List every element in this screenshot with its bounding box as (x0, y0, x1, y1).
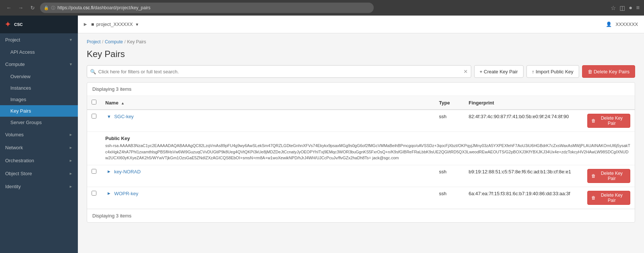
row-name-cell-sgc-key: ▼ SGC-key (101, 110, 435, 132)
url-text: https://pouta.csc.fi/dashboard/project/k… (57, 5, 151, 10)
sidebar-item-api-access[interactable]: API Access (0, 46, 78, 58)
sidebar-section-volumes-label: Volumes (5, 132, 24, 137)
chevron-right-icon-orchestration: ► (69, 159, 73, 163)
row-fingerprint-cell-wopr-key: 6a:47:ea:7f:15:f3:81:6c:b7:19:40:86:dd:3… (464, 187, 583, 209)
table-body: ▼ SGC-key ssh 82:4f:37:4c:90:87:f7:41:b0… (87, 110, 635, 209)
project-icon: ■ (91, 21, 94, 27)
delete-wopr-key-label: Delete Key Pair (597, 193, 626, 203)
sidebar-section-network[interactable]: Network ► (0, 141, 78, 154)
browser-right: ☆ ◫ ● ≡ (611, 4, 640, 11)
header-name[interactable]: Name ▲ (101, 96, 435, 110)
expand-row-wopr-key-button[interactable]: ► (105, 191, 113, 196)
chevron-right-icon-object-store: ► (69, 172, 73, 176)
sidebar-item-images[interactable]: Images (0, 94, 78, 105)
expand-row-sgc-key-button[interactable]: ▼ (105, 114, 113, 119)
project-dropdown-icon: ▼ (135, 22, 139, 27)
sidebar-section-object-store-label: Object Store (5, 171, 32, 176)
breadcrumb: Project / Compute / Key Pairs (87, 39, 635, 44)
sidebar-section-compute[interactable]: Compute ▼ (0, 58, 78, 71)
info-icon: ⓘ (51, 5, 55, 11)
breadcrumb-sep-2: / (124, 39, 125, 44)
sidebar-item-key-pairs-label: Key Pairs (10, 108, 31, 114)
sidebar-section-project[interactable]: Project ▼ (0, 33, 78, 46)
row-checkbox-key-norad[interactable] (92, 169, 96, 174)
menu-icon[interactable]: ≡ (636, 4, 640, 11)
forward-button[interactable]: → (16, 3, 25, 12)
trash-icon: 🗑 (591, 195, 596, 200)
bookmark-icon[interactable]: ☆ (611, 4, 616, 11)
row-checkbox-wopr-key[interactable] (92, 191, 96, 196)
project-name: project_XXXXXX (96, 21, 133, 27)
sidebar-section-identity-label: Identity (5, 184, 21, 189)
row-checkbox-sgc-key[interactable] (92, 114, 96, 119)
table-info: Displaying 3 items (87, 83, 635, 96)
topbar-right: 👤 XXXXXXX (606, 21, 638, 27)
key-link-sgc-key[interactable]: SGC-key (114, 114, 134, 119)
create-key-pair-button[interactable]: + Create Key Pair (474, 65, 524, 78)
expanded-row-sgc-key: Public Key ssh-rsa AAAAB3NzaC1yc2EAAAADA… (87, 132, 635, 165)
chevron-right-icon-network: ► (69, 146, 73, 150)
expand-row-key-norad-button[interactable]: ► (105, 169, 113, 174)
username: XXXXXXX (615, 21, 638, 27)
sidebar-item-key-pairs[interactable]: Key Pairs (0, 105, 78, 117)
row-type-cell-wopr-key: ssh (435, 187, 464, 209)
row-fingerprint-cell-sgc-key: 82:4f:37:4c:90:87:f7:41:b0:5b:e0:9f:24:7… (464, 110, 583, 132)
topbar: ▶ ■ project_XXXXXX ▼ 👤 XXXXXXX (78, 16, 644, 33)
back-button[interactable]: ← (4, 3, 13, 12)
user-icon: 👤 (606, 21, 612, 27)
reload-button[interactable]: ↻ (28, 3, 37, 12)
topbar-project-selector[interactable]: ■ project_XXXXXX ▼ (91, 21, 139, 27)
header-fingerprint: Fingerprint (464, 96, 583, 110)
sort-arrow-icon: ▲ (121, 101, 125, 105)
delete-key-pair-wopr-key-button[interactable]: 🗑 Delete Key Pair (587, 191, 630, 205)
trash-icon: 🗑 (591, 173, 596, 179)
sidebar-item-api-access-label: API Access (10, 49, 35, 55)
logo-text: CSC (14, 22, 23, 27)
search-input[interactable] (98, 69, 461, 74)
table-footer: Displaying 3 items (87, 209, 635, 222)
select-all-checkbox[interactable] (92, 100, 96, 104)
delete-key-pairs-button[interactable]: 🗑 Delete Key Pairs (582, 65, 635, 78)
row-actions-cell-sgc-key: 🗑 Delete Key Pair (583, 110, 635, 132)
sidebar-section-network-label: Network (5, 145, 23, 150)
sidebar-item-overview[interactable]: Overview (0, 71, 78, 82)
extensions-icon[interactable]: ◫ (620, 4, 625, 11)
toolbar: 🔍 ✕ + Create Key Pair ↑ Import Public Ke… (87, 65, 635, 78)
delete-key-pair-key-norad-button[interactable]: 🗑 Delete Key Pair (587, 169, 630, 183)
breadcrumb-compute[interactable]: Compute (105, 39, 123, 44)
address-bar[interactable]: 🔒 ⓘ https://pouta.csc.fi/dashboard/proje… (40, 3, 374, 13)
header-name-label: Name (105, 100, 118, 106)
breadcrumb-current: Key Pairs (127, 39, 146, 44)
profile-icon[interactable]: ● (629, 4, 633, 11)
table-row: ▼ SGC-key ssh 82:4f:37:4c:90:87:f7:41:b0… (87, 110, 635, 132)
sidebar-section-identity[interactable]: Identity ► (0, 180, 78, 193)
header-checkbox-col (87, 96, 101, 110)
sidebar-section-project-label: Project (5, 37, 20, 43)
row-checkbox-cell (87, 110, 101, 132)
chevron-right-icon-identity: ► (69, 184, 73, 189)
sidebar-section-orchestration[interactable]: Orchestration ► (0, 154, 78, 167)
row-type-cell-key-norad: ssh (435, 165, 464, 187)
search-clear-icon[interactable]: ✕ (463, 69, 468, 74)
delete-sgc-key-label: Delete Key Pair (597, 116, 626, 126)
key-link-key-norad[interactable]: key-NORAD (114, 169, 141, 174)
sidebar-section-volumes[interactable]: Volumes ► (0, 128, 78, 141)
import-public-key-button[interactable]: ↑ Import Public Key (526, 65, 579, 78)
chevron-right-icon-volumes: ► (69, 133, 73, 137)
app-shell: ✦ CSC Project ▼ API Access Compute ▼ Ove… (0, 16, 644, 253)
delete-key-norad-label: Delete Key Pair (597, 171, 626, 181)
table-header: Name ▲ Type Fingerprint (87, 96, 635, 110)
sidebar-section-compute-label: Compute (5, 61, 25, 67)
sidebar-item-instances-label: Instances (10, 85, 31, 91)
breadcrumb-sep-1: / (102, 39, 103, 44)
page-title: Key Pairs (87, 49, 635, 59)
sidebar-item-instances[interactable]: Instances (0, 82, 78, 94)
main-content: Project / Compute / Key Pairs Key Pairs … (78, 33, 644, 253)
row-name-cell-wopr-key: ► WOPR-key (101, 187, 435, 209)
sidebar-item-server-groups[interactable]: Server Groups (0, 117, 78, 128)
key-link-wopr-key[interactable]: WOPR-key (114, 191, 138, 196)
breadcrumb-project[interactable]: Project (87, 39, 100, 44)
sidebar-section-object-store[interactable]: Object Store ► (0, 167, 78, 180)
delete-key-pair-sgc-key-button[interactable]: 🗑 Delete Key Pair (587, 114, 630, 128)
sidebar-item-images-label: Images (10, 97, 26, 102)
